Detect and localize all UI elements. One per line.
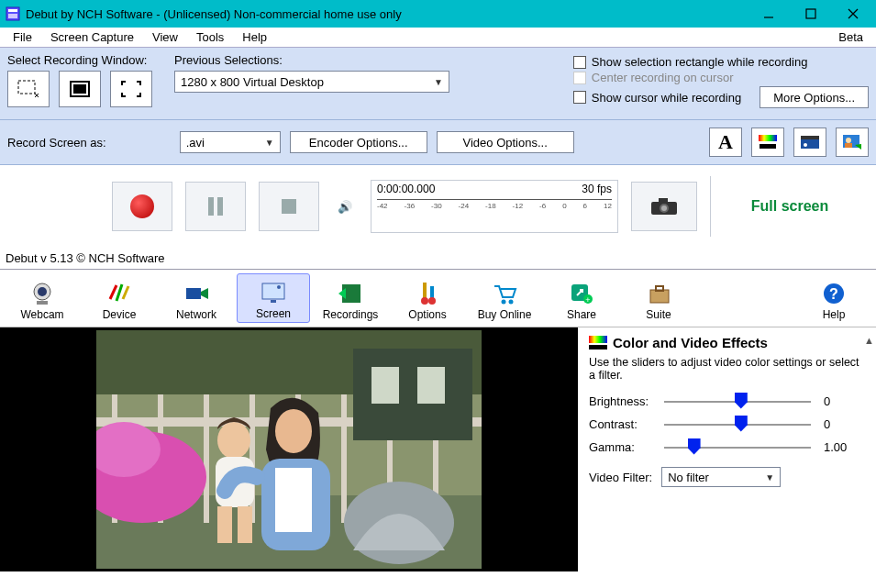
snapshot-button[interactable] bbox=[631, 182, 697, 231]
stop-button[interactable] bbox=[259, 182, 319, 231]
maximize-button[interactable] bbox=[790, 0, 832, 28]
video-options-button[interactable]: Video Options... bbox=[437, 131, 574, 153]
tool-share[interactable]: +Share bbox=[545, 275, 618, 323]
gamma-slider[interactable] bbox=[664, 447, 811, 449]
speaker-icon[interactable]: 🔊 bbox=[332, 200, 358, 214]
scroll-up-icon[interactable]: ▲ bbox=[864, 335, 874, 346]
svg-point-33 bbox=[277, 285, 281, 289]
menubar: File Screen Capture View Tools Help Beta bbox=[0, 28, 876, 48]
slider-thumb[interactable] bbox=[735, 393, 748, 409]
svg-point-70 bbox=[217, 422, 250, 459]
transport-controls: 🔊 0:00:00.00030 fps -42-36-30-24-18-12-6… bbox=[0, 165, 876, 248]
fullscreen-mode-button[interactable]: Full screen bbox=[710, 176, 869, 237]
svg-rect-24 bbox=[659, 198, 668, 203]
svg-rect-69 bbox=[275, 468, 312, 532]
contrast-label: Contrast: bbox=[589, 417, 664, 431]
close-button[interactable] bbox=[832, 0, 874, 28]
svg-point-26 bbox=[661, 205, 667, 211]
svg-rect-36 bbox=[430, 286, 434, 299]
chevron-down-icon: ▼ bbox=[265, 138, 274, 148]
effects-title: Color and Video Effects bbox=[589, 335, 865, 350]
previous-selections-dropdown[interactable]: 1280 x 800 Virtual Desktop ▼ bbox=[174, 71, 449, 93]
preview-image bbox=[96, 330, 482, 569]
svg-rect-1 bbox=[8, 9, 17, 12]
svg-rect-13 bbox=[760, 144, 776, 149]
svg-rect-63 bbox=[371, 367, 399, 404]
tool-screen[interactable]: Screen bbox=[237, 273, 310, 323]
text-overlay-button[interactable]: A bbox=[709, 128, 742, 157]
record-as-label: Record Screen as: bbox=[7, 136, 106, 150]
select-rectangle-button[interactable] bbox=[7, 71, 50, 107]
color-effects-button[interactable] bbox=[751, 128, 784, 157]
svg-point-16 bbox=[804, 143, 807, 147]
svg-rect-45 bbox=[656, 286, 663, 291]
encoder-options-button[interactable]: Encoder Options... bbox=[290, 131, 427, 153]
chevron-down-icon: ▼ bbox=[765, 472, 774, 483]
show-cursor-label: Show cursor while recording bbox=[592, 91, 741, 105]
minimize-button[interactable] bbox=[748, 0, 790, 28]
svg-rect-31 bbox=[262, 283, 284, 299]
format-value: .avi bbox=[186, 136, 205, 150]
select-window-button[interactable] bbox=[59, 71, 101, 107]
menu-file[interactable]: File bbox=[4, 28, 41, 46]
window-title: Debut by NCH Software - (Unlicensed) Non… bbox=[26, 7, 748, 21]
video-filter-value: No filter bbox=[668, 471, 709, 484]
watermark-button[interactable] bbox=[793, 128, 826, 157]
svg-text:+: + bbox=[585, 295, 590, 305]
webcam-icon bbox=[6, 279, 79, 308]
tool-buy-online[interactable]: Buy Online bbox=[468, 275, 541, 323]
menu-help[interactable]: Help bbox=[233, 28, 276, 46]
svg-point-38 bbox=[428, 297, 436, 305]
menu-view[interactable]: View bbox=[143, 28, 187, 46]
format-dropdown[interactable]: .avi▼ bbox=[180, 131, 281, 153]
svg-point-40 bbox=[509, 300, 514, 305]
options-icon bbox=[391, 279, 464, 308]
chevron-down-icon: ▼ bbox=[434, 77, 443, 87]
version-label: Debut v 5.13 © NCH Software bbox=[0, 248, 876, 270]
show-selection-rect-label: Show selection rectangle while recording bbox=[592, 55, 808, 69]
show-selection-rect-checkbox[interactable]: Show selection rectangle while recording bbox=[573, 55, 869, 69]
svg-text:?: ? bbox=[829, 286, 838, 302]
tool-webcam[interactable]: Webcam bbox=[6, 275, 79, 323]
menu-beta[interactable]: Beta bbox=[829, 28, 872, 46]
add-camera-overlay-button[interactable] bbox=[836, 128, 869, 157]
brightness-label: Brightness: bbox=[589, 394, 664, 408]
network-icon bbox=[160, 279, 233, 308]
svg-point-67 bbox=[275, 409, 312, 453]
select-fullscreen-button[interactable] bbox=[110, 71, 152, 107]
preview-pane bbox=[0, 327, 578, 571]
tool-recordings[interactable]: Recordings bbox=[314, 275, 387, 323]
record-button[interactable] bbox=[112, 182, 172, 231]
video-filter-label: Video Filter: bbox=[589, 471, 652, 484]
capture-settings-panel: Select Recording Window: Previous Select… bbox=[0, 48, 876, 120]
tool-options[interactable]: Options bbox=[391, 275, 464, 323]
svg-rect-32 bbox=[271, 300, 276, 303]
svg-rect-29 bbox=[37, 301, 48, 305]
contrast-slider[interactable] bbox=[664, 424, 811, 426]
more-options-button[interactable]: More Options... bbox=[760, 86, 869, 108]
brightness-value: 0 bbox=[824, 394, 865, 408]
brightness-slider[interactable] bbox=[664, 401, 811, 403]
tool-help[interactable]: ?Help bbox=[797, 275, 870, 323]
svg-rect-20 bbox=[208, 197, 214, 216]
format-panel: Record Screen as: .avi▼ Encoder Options.… bbox=[0, 120, 876, 165]
tool-network[interactable]: Network bbox=[160, 275, 233, 323]
svg-rect-7 bbox=[18, 81, 35, 94]
show-cursor-checkbox[interactable]: Show cursor while recording More Options… bbox=[573, 86, 869, 108]
svg-rect-73 bbox=[238, 506, 252, 543]
elapsed-time: 0:00:00.000 bbox=[377, 183, 435, 195]
record-icon bbox=[130, 194, 154, 218]
slider-thumb[interactable] bbox=[735, 416, 748, 432]
slider-thumb[interactable] bbox=[688, 438, 701, 455]
suite-icon bbox=[622, 279, 695, 308]
pause-button[interactable] bbox=[185, 182, 246, 231]
menu-screen-capture[interactable]: Screen Capture bbox=[41, 28, 143, 46]
svg-rect-11 bbox=[73, 84, 86, 94]
tool-suite[interactable]: Suite bbox=[622, 275, 695, 323]
video-filter-dropdown[interactable]: No filter▼ bbox=[661, 467, 781, 487]
svg-rect-75 bbox=[589, 345, 607, 349]
tool-device[interactable]: Device bbox=[83, 275, 156, 323]
menu-tools[interactable]: Tools bbox=[187, 28, 233, 46]
center-on-cursor-label: Center recording on cursor bbox=[592, 71, 734, 84]
svg-rect-35 bbox=[423, 283, 427, 299]
